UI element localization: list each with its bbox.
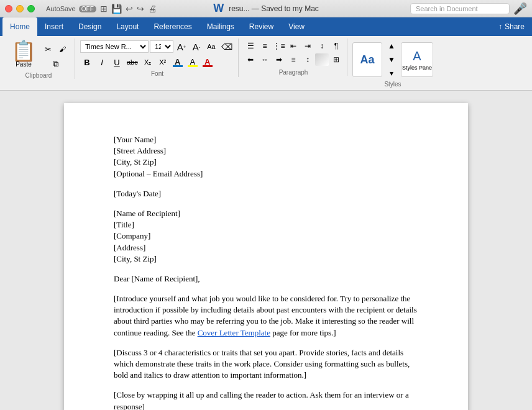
titlebar: AutoSave OFF ⊞ 💾 ↩ ↪ 🖨 W resu... — Saved… — [0, 0, 532, 17]
tab-view[interactable]: View — [281, 17, 312, 36]
cut-button[interactable]: ✂ — [41, 42, 55, 56]
tab-layout[interactable]: Layout — [109, 17, 146, 36]
search-box[interactable]: Search in Document — [410, 3, 510, 14]
address-line2: [Street Address] — [114, 145, 418, 157]
font-color-button[interactable]: A — [171, 55, 185, 69]
justify-button[interactable]: ≡ — [287, 53, 300, 66]
list-buttons-row: ☰ ≡ ⋮≡ ⇤ ⇥ ↕ ¶ — [244, 40, 343, 52]
recipient-line3: [Company] — [114, 230, 418, 242]
characteristics-paragraph: [Discuss 3 or 4 characteristics or trait… — [114, 347, 418, 381]
clipboard-label: Clipboard — [25, 72, 52, 79]
share-button[interactable]: ↑ Share — [493, 17, 530, 36]
document-page[interactable]: [Your Name] [Street Address] [City, St Z… — [64, 103, 468, 410]
salutation: Dear [Name of Recipient], — [114, 274, 200, 283]
increase-indent-button[interactable]: ⇥ — [301, 40, 314, 52]
shading-button[interactable] — [315, 53, 329, 66]
intro-text-end: page for more tips.] — [270, 328, 336, 337]
print-icon[interactable]: 🖨 — [148, 4, 157, 14]
ribbon-tabs-bar: Home Insert Design Layout References Mai… — [0, 17, 532, 36]
styles-preview: Aa — [360, 53, 374, 66]
borders-button[interactable]: ⊞ — [329, 53, 343, 66]
titlebar-title-area: W resu... — Saved to my Mac — [213, 2, 319, 15]
styles-scroll-down[interactable]: ▼ — [385, 53, 398, 66]
cover-letter-link[interactable]: Cover Letter Template — [198, 328, 270, 337]
tab-review[interactable]: Review — [242, 17, 281, 36]
styles-buttons: Aa ▲ ▼ ▾ A Styles Pane — [352, 39, 433, 80]
date-line: [Today's Date] — [114, 189, 161, 198]
grid-icon[interactable]: ⊞ — [100, 4, 108, 14]
format-painter-button[interactable]: 🖌 — [55, 42, 69, 56]
line-spacing-button[interactable]: ↕ — [301, 53, 314, 66]
word-icon: W — [213, 2, 224, 15]
tab-design[interactable]: Design — [71, 17, 109, 36]
styles-nav: ▲ ▼ ▾ — [385, 40, 398, 80]
font-label: Font — [151, 70, 163, 77]
font-selector-row: Times New R... 12 A+ A- Aa ⌫ — [80, 40, 234, 53]
show-formatting-button[interactable]: ¶ — [329, 40, 343, 52]
styles-pane-label: Styles Pane — [402, 65, 432, 71]
date-block: [Today's Date] — [114, 188, 418, 199]
copy-button[interactable]: ⧉ — [41, 57, 70, 71]
closing-paragraph: [Close by wrapping it all up and calling… — [114, 390, 418, 410]
styles-more[interactable]: ▾ — [385, 67, 398, 80]
address-line3: [City, St Zip] — [114, 157, 418, 168]
minimize-button[interactable] — [16, 5, 24, 12]
sender-address-block: [Your Name] [Street Address] [City, St Z… — [114, 134, 418, 180]
intro-paragraph: [Introduce yourself and what job you wou… — [114, 293, 418, 339]
align-center-button[interactable]: ↔ — [258, 53, 272, 66]
recipient-block: [Name of Recipient] [Title] [Company] [A… — [114, 208, 418, 265]
numbering-button[interactable]: ≡ — [258, 40, 272, 52]
font-group: Times New R... 12 A+ A- Aa ⌫ B I U abc X… — [76, 39, 239, 77]
redo-icon[interactable]: ↪ — [137, 4, 144, 14]
save-icon[interactable]: 💾 — [111, 4, 122, 14]
share-icon: ↑ — [498, 22, 502, 31]
autosave-label[interactable]: AutoSave OFF — [46, 5, 96, 12]
autosave-toggle[interactable]: OFF — [79, 6, 96, 12]
tab-references[interactable]: References — [146, 17, 199, 36]
undo-icon[interactable]: ↩ — [126, 4, 133, 14]
styles-label: Styles — [384, 81, 401, 88]
font-format-row: B I U abc X₂ X² A A A — [80, 55, 234, 69]
styles-gallery-button[interactable]: Aa — [352, 42, 382, 77]
tab-insert[interactable]: Insert — [37, 17, 71, 36]
align-right-button[interactable]: ➡ — [272, 53, 286, 66]
italic-button[interactable]: I — [95, 55, 109, 69]
titlebar-toolbar: AutoSave OFF ⊞ 💾 ↩ ↪ 🖨 — [46, 4, 157, 14]
paragraph-label: Paragraph — [279, 69, 308, 76]
decrease-indent-button[interactable]: ⇤ — [287, 40, 300, 52]
underline-button[interactable]: U — [110, 55, 124, 69]
paste-label: Paste — [16, 61, 32, 68]
decrease-font-button[interactable]: A- — [190, 40, 203, 53]
document-area[interactable]: [Your Name] [Street Address] [City, St Z… — [0, 91, 532, 410]
superscript-button[interactable]: X² — [156, 55, 170, 69]
ribbon: Home Insert Design Layout References Mai… — [0, 17, 532, 91]
share-label: Share — [505, 22, 525, 31]
align-buttons-row: ⬅ ↔ ➡ ≡ ↕ ⊞ — [244, 53, 343, 66]
paragraph-group: ☰ ≡ ⋮≡ ⇤ ⇥ ↕ ¶ ⬅ ↔ ➡ ≡ ↕ ⊞ Pa — [240, 39, 347, 76]
salutation-block: Dear [Name of Recipient], — [114, 273, 418, 285]
bold-button[interactable]: B — [80, 55, 94, 69]
tab-home[interactable]: Home — [2, 17, 37, 36]
maximize-button[interactable] — [27, 5, 35, 12]
clear-formatting-button[interactable]: ⌫ — [219, 40, 234, 53]
strikethrough-button[interactable]: abc — [125, 55, 140, 69]
styles-icon: A — [413, 49, 421, 63]
text-color-button[interactable]: A — [201, 55, 214, 69]
align-left-button[interactable]: ⬅ — [244, 53, 257, 66]
close-button[interactable] — [5, 5, 12, 12]
bullets-button[interactable]: ☰ — [244, 40, 257, 52]
styles-pane-button[interactable]: A Styles Pane — [401, 42, 433, 77]
font-family-selector[interactable]: Times New R... — [80, 40, 149, 53]
styles-scroll-up[interactable]: ▲ — [385, 40, 398, 52]
tab-mailings[interactable]: Mailings — [200, 17, 242, 36]
subscript-button[interactable]: X₂ — [141, 55, 155, 69]
document-title: resu... — Saved to my Mac — [229, 4, 319, 13]
siri-icon[interactable]: 🎤 — [513, 2, 527, 16]
change-case-button[interactable]: Aa — [204, 40, 218, 53]
highlight-color-button[interactable]: A — [186, 55, 200, 69]
sort-button[interactable]: ↕ — [315, 40, 329, 52]
multilevel-list-button[interactable]: ⋮≡ — [272, 40, 286, 52]
paste-button[interactable]: 📋 Paste — [7, 40, 40, 69]
increase-font-button[interactable]: A+ — [175, 40, 188, 53]
font-size-selector[interactable]: 12 — [150, 40, 173, 53]
